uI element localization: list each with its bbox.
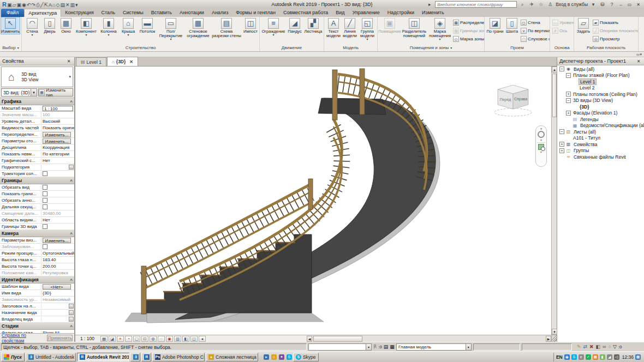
antivirus-icon[interactable]: ✓	[586, 354, 591, 360]
exclude-options-icon[interactable]: ✖	[589, 343, 594, 351]
property-checkbox[interactable]	[43, 171, 47, 176]
ribbon-tab-Архитектура[interactable]: Архитектура	[24, 9, 61, 17]
cart-icon[interactable]: ⛁	[599, 2, 606, 7]
tool-dormer[interactable]: ◠Слуховое окно	[520, 35, 550, 43]
property-edit-button[interactable]: Изменить...	[43, 138, 71, 144]
close-button[interactable]: ✕	[635, 2, 642, 8]
view-tab-Level 1[interactable]: ▤Level 1	[76, 57, 106, 66]
property-value[interactable]: Независимый	[41, 297, 74, 303]
worksets-combo[interactable]: ▾	[308, 343, 372, 351]
sign-in-label[interactable]: Вход в службы	[556, 2, 588, 7]
save-icon[interactable]: ▣	[16, 2, 21, 8]
skype-launch-icon[interactable]: S	[287, 354, 292, 360]
tool-column[interactable]: ▮Колонна▾	[98, 17, 119, 37]
ribbon-tab-Изменить[interactable]: Изменить	[418, 9, 448, 17]
lock-view-icon[interactable]: ◍	[150, 336, 157, 342]
tree-item-Фасады (Elevation 1)[interactable]: +Фасады (Elevation 1)	[557, 110, 644, 117]
steering-wheel-icon[interactable]	[538, 131, 545, 138]
options-bar-menu-icon[interactable]: ▭▾	[636, 52, 642, 57]
ribbon-tab-Анализ[interactable]: Анализ	[208, 9, 232, 17]
property-section-Камера[interactable]: Камера˄	[0, 230, 74, 237]
open-icon[interactable]: ▱	[12, 2, 16, 8]
property-value[interactable]: Высокий	[41, 118, 74, 124]
tool-model-group[interactable]: ◱Группа модели▾	[358, 17, 377, 41]
tool-wall[interactable]: ◠Стена▾	[23, 17, 41, 37]
property-value[interactable]: Нет	[41, 158, 74, 164]
panel-caption-Движение[interactable]: Движение	[260, 45, 324, 51]
ribbon-tab-Управление[interactable]: Управление	[349, 9, 384, 17]
property-value[interactable]	[41, 197, 74, 203]
tree-item-Ведомости/Спецификации (all)[interactable]: ▦Ведомости/Спецификации (all)	[557, 123, 644, 129]
collapse-chevron-icon[interactable]: ˄	[70, 324, 73, 329]
tool-curtain-wall[interactable]: ▦Стеновое ограждение	[184, 17, 212, 38]
property-checkbox[interactable]	[43, 185, 47, 190]
default-3d-view-icon[interactable]: ⌂	[52, 2, 55, 8]
tool-model-text[interactable]: AТекст модели	[325, 17, 342, 38]
property-value[interactable]: 100	[41, 112, 74, 118]
tool-vertical-opening[interactable]: ∨По вертикали	[520, 27, 550, 35]
collapse-chevron-icon[interactable]: ˄	[70, 277, 73, 282]
drawing-canvas[interactable]: Перед Справа ● ▾ ▾ ▲ ▼	[75, 67, 557, 342]
property-value[interactable]: {3D}	[41, 290, 74, 296]
worksharing-icon[interactable]: ▥	[174, 336, 181, 342]
vertical-scroll-thumb[interactable]	[552, 74, 557, 117]
tool-floor[interactable]: ▭Пол/Перекрытие▾	[157, 17, 184, 41]
worksets-combo-arrow-icon[interactable]: ▾	[366, 344, 371, 350]
ribbon-tab-Надстройки[interactable]: Надстройки	[384, 9, 418, 17]
zoom-icon[interactable]	[538, 144, 544, 150]
select-pinned-icon[interactable]: ○	[608, 343, 611, 351]
search-input[interactable]: Введите ключевое слово/фразу	[435, 1, 517, 8]
property-checkbox[interactable]	[43, 198, 47, 203]
tool-area[interactable]: ▩Распределенная▾	[452, 19, 485, 27]
active-option-icon[interactable]: ▦	[390, 343, 395, 351]
tool-room-tag[interactable]: ◈Марка помещения▾	[428, 17, 452, 41]
lamp-icon[interactable]: ☼	[271, 354, 277, 360]
skype-tray-icon[interactable]: S	[571, 354, 577, 360]
viewcube[interactable]: Перед Справа	[492, 83, 536, 118]
temporary-hide-icon[interactable]: ◌	[158, 336, 165, 342]
tree-item-Листы (all)[interactable]: −▧Листы (all)	[557, 129, 644, 135]
collapse-icon[interactable]: −	[559, 129, 564, 134]
collapse-chevron-icon[interactable]: ˄	[70, 178, 73, 183]
apply-button[interactable]: Применить	[47, 335, 73, 341]
tool-curtain-grid[interactable]: ▤Схема разрезки стены	[212, 17, 241, 38]
tree-item-{3D}[interactable]: {3D}	[557, 104, 644, 110]
expand-icon[interactable]: +	[566, 92, 571, 96]
skype-task-button[interactable]: S Skype	[293, 353, 319, 361]
property-value[interactable]: …	[41, 310, 74, 316]
property-value[interactable]: 30480.00	[41, 210, 74, 216]
tree-item-A101 - Титул[interactable]: A101 - Титул	[557, 135, 644, 142]
print-icon[interactable]: ⎙	[36, 2, 40, 8]
tree-item-3D виды (3D View)[interactable]: −3D виды (3D View)	[557, 98, 644, 104]
customize-icon[interactable]: ▾	[75, 2, 78, 8]
network-signal-icon[interactable]: ◢	[607, 354, 612, 360]
tool-railing[interactable]: ≡Ограждение▾	[261, 17, 286, 37]
view-tab-close-icon[interactable]: ✕	[129, 59, 133, 64]
exchange-apps-icon[interactable]: ✈	[528, 2, 535, 7]
scroll-left-icon[interactable]: ◀	[307, 336, 312, 342]
ribbon-tab-Системы[interactable]: Системы	[119, 9, 147, 17]
tree-item-Виды (all)[interactable]: −◉Виды (all)	[557, 66, 644, 73]
displacement-icon[interactable]: ◧	[182, 336, 189, 342]
minimize-button[interactable]: –	[617, 2, 624, 8]
render-icon[interactable]: ◔	[125, 336, 132, 342]
collapse-chevron-icon[interactable]: ˄	[70, 231, 73, 236]
tree-item-Планы потолков (Ceiling Plan)[interactable]: +Планы потолков (Ceiling Plan)	[557, 91, 644, 98]
property-input[interactable]: 1 : 100	[43, 106, 73, 111]
collapse-chevron-icon[interactable]: ˄	[70, 99, 73, 104]
collapse-icon[interactable]: −	[566, 98, 571, 103]
tool-shaft[interactable]: ▯Шахта	[504, 17, 520, 34]
model-view[interactable]: Перед Справа ● ▾ ▾	[75, 67, 551, 335]
filter-icon[interactable]: ▽	[613, 343, 617, 351]
tool-viewer[interactable]: ◎Просмотр	[592, 35, 639, 43]
tree-item-Группы[interactable]: +◫Группы	[557, 148, 644, 154]
type-selector-arrow-icon[interactable]: ▾	[69, 75, 71, 79]
browse-icon[interactable]: …	[69, 317, 74, 322]
shadows-icon[interactable]: ◪	[109, 336, 116, 342]
messenger-icon[interactable]: ✦	[279, 354, 284, 360]
property-value[interactable]: Нет	[41, 217, 74, 223]
tree-item-Семейства[interactable]: +▩Семейства	[557, 141, 644, 148]
ribbon-tab-Сталь[interactable]: Сталь	[98, 9, 119, 17]
section-icon[interactable]: ◇	[56, 2, 59, 8]
help-icon[interactable]: ?	[608, 2, 616, 7]
